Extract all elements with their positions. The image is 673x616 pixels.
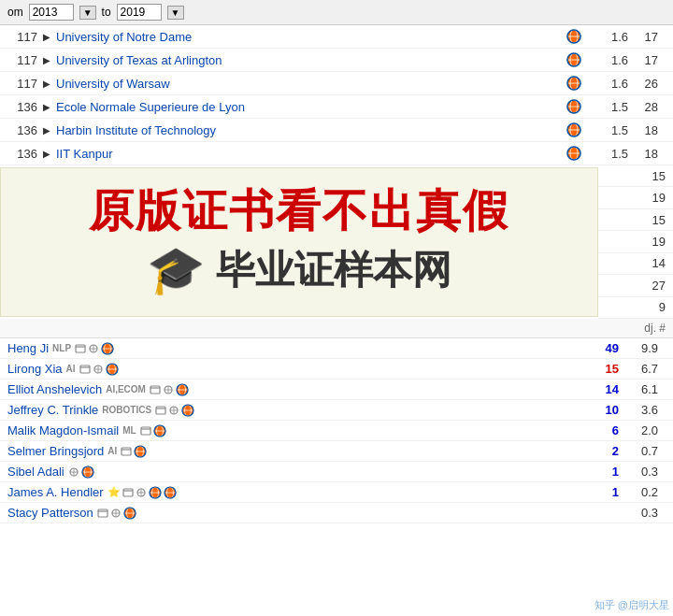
list-item: Sibel Adali 1 0.3 [0, 462, 673, 482]
globe-icon[interactable] [566, 146, 581, 161]
overlay-container: 原版证书看不出真假 🎓 毕业证样本网 15 19 15 19 14 27 9 [0, 165, 673, 319]
person-tag: NLP [52, 343, 71, 353]
count-cell: 28 [628, 100, 666, 114]
person-name[interactable]: Malik Magdon-Ismail ML [0, 423, 581, 437]
university-name[interactable]: IIT Kanpur [56, 147, 566, 161]
from-year-input[interactable] [29, 4, 74, 21]
table-row: 136 ▶ IIT Kanpur 1.5 18 [0, 142, 673, 165]
person-adj: 2.0 [619, 423, 666, 437]
person-name[interactable]: Heng Ji NLP [0, 341, 581, 355]
people-adj-header: dj. # [609, 322, 666, 335]
person-name-text: Sibel Adali [7, 465, 64, 479]
count-cell: 26 [628, 77, 666, 91]
expand-arrow[interactable]: ▶ [37, 32, 56, 42]
expand-arrow[interactable]: ▶ [37, 125, 56, 136]
from-year-down[interactable]: ▼ [79, 6, 96, 20]
svg-rect-61 [122, 448, 131, 455]
table-row: 117 ▶ University of Notre Dame 1.6 17 [0, 25, 673, 49]
person-tag: AI,ECOM [106, 384, 146, 394]
person-adj: 0.7 [619, 444, 666, 458]
list-item: Stacy Patterson 0.3 [0, 503, 673, 523]
to-label: to [102, 6, 111, 19]
list-item: Jeffrey C. Trinkle ROBOTICS 10 3.6 [0, 400, 673, 421]
list-item: Lirong Xia AI 15 6.7 [0, 359, 673, 380]
right-num: 27 [598, 275, 673, 296]
person-score: 1 [581, 485, 619, 499]
person-tag: AI [66, 364, 76, 374]
overlay-black-text: 毕业证样本网 [216, 244, 451, 296]
expand-arrow[interactable]: ▶ [37, 79, 56, 89]
person-name-text: Jeffrey C. Trinkle [7, 403, 98, 417]
person-tag: AI [107, 446, 117, 456]
person-icons [155, 404, 194, 417]
list-item: Heng Ji NLP 49 9.9 [0, 338, 673, 359]
person-icons [150, 383, 189, 396]
person-icons [121, 445, 147, 458]
count-cell: 17 [628, 53, 666, 67]
count-cell: 18 [628, 123, 666, 137]
person-adj: 0.2 [619, 485, 666, 499]
person-name-text: Selmer Bringsjord [7, 444, 104, 458]
score-cell: 1.6 [581, 53, 628, 67]
globe-icon[interactable] [566, 76, 581, 91]
person-icons [68, 466, 94, 479]
people-table: Heng Ji NLP 49 9.9 Lirong Xia AI 15 6.7 … [0, 338, 673, 523]
person-adj: 9.9 [619, 341, 666, 355]
from-label: om [7, 6, 23, 19]
globe-icon[interactable] [566, 52, 581, 67]
score-cell: 1.5 [581, 123, 628, 137]
globe-icon[interactable] [566, 99, 581, 114]
svg-rect-85 [98, 509, 107, 517]
university-name[interactable]: University of Texas at Arlington [56, 53, 566, 67]
person-name-text: Lirong Xia [7, 362, 63, 376]
person-score: 2 [581, 444, 619, 458]
university-name[interactable]: Ecole Normale Superieure de Lyon [56, 100, 566, 114]
globe-icon[interactable] [566, 29, 581, 44]
person-icons [79, 363, 119, 376]
person-adj: 6.1 [619, 382, 666, 396]
university-name[interactable]: University of Warsaw [56, 77, 566, 91]
svg-rect-73 [123, 489, 133, 496]
person-name-text: Heng Ji [7, 341, 49, 355]
to-year-down[interactable]: ▼ [167, 6, 184, 20]
university-table: 117 ▶ University of Notre Dame 1.6 17 11… [0, 25, 673, 165]
rank-cell: 136 [0, 123, 37, 137]
people-header: dj. # [0, 319, 673, 338]
to-year-input[interactable] [117, 4, 162, 21]
graduation-cap-icon: 🎓 [147, 243, 205, 297]
person-name-text: James A. Hendler [7, 485, 104, 499]
university-name[interactable]: Harbin Institute of Technology [56, 123, 566, 137]
person-name[interactable]: Jeffrey C. Trinkle ROBOTICS [0, 403, 581, 417]
score-cell: 1.6 [581, 30, 628, 44]
list-item: Selmer Bringsjord AI 2 0.7 [0, 441, 673, 462]
person-icons [97, 507, 136, 520]
person-name[interactable]: Elliot Anshelevich AI,ECOM [0, 382, 581, 396]
expand-arrow[interactable]: ▶ [37, 55, 56, 65]
person-name[interactable]: James A. Hendler ⭐ [0, 485, 581, 499]
person-score: 14 [581, 382, 619, 396]
expand-arrow[interactable]: ▶ [37, 102, 56, 112]
university-name[interactable]: University of Notre Dame [56, 30, 566, 44]
expand-arrow[interactable]: ▶ [37, 149, 56, 159]
count-cell: 17 [628, 30, 666, 44]
advertisement-overlay: 原版证书看不出真假 🎓 毕业证样本网 [0, 167, 598, 317]
person-name[interactable]: Selmer Bringsjord AI [0, 444, 581, 458]
person-name-text: Stacy Patterson [7, 506, 93, 520]
person-name[interactable]: Sibel Adali [0, 465, 581, 479]
svg-rect-48 [156, 407, 165, 414]
zhihu-watermark: 知乎 @启明大星 [594, 598, 669, 612]
person-adj: 3.6 [619, 403, 666, 417]
person-name[interactable]: Lirong Xia AI [0, 362, 581, 376]
person-adj: 0.3 [619, 506, 666, 520]
count-cell: 18 [628, 147, 666, 161]
globe-icon[interactable] [566, 122, 581, 137]
svg-rect-32 [80, 365, 90, 373]
person-score: 49 [581, 341, 619, 355]
top-bar: om ▼ to ▼ [0, 0, 673, 25]
svg-rect-56 [141, 427, 150, 435]
list-item: Malik Magdon-Ismail ML 6 2.0 [0, 421, 673, 441]
rank-cell: 117 [0, 30, 37, 44]
person-name[interactable]: Stacy Patterson [0, 506, 581, 520]
rank-cell: 117 [0, 77, 37, 91]
right-numbers-column: 15 19 15 19 14 27 9 [598, 165, 673, 319]
